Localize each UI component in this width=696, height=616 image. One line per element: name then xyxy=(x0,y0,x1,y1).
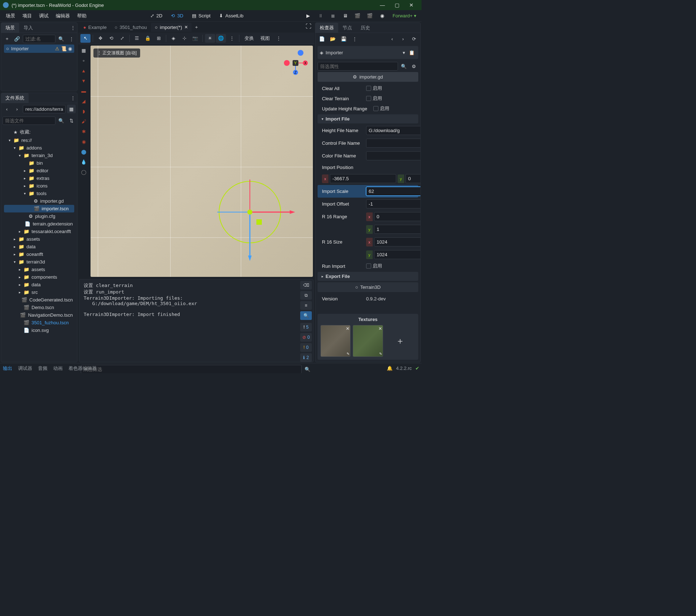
render-mode[interactable]: Forward+ ▾ xyxy=(390,12,419,20)
output-error-count[interactable]: ! 5 xyxy=(300,323,312,332)
add-texture-button[interactable]: ＋ xyxy=(385,325,415,357)
script-section-header[interactable]: ⚙ importer.gd xyxy=(318,72,418,82)
tool-square[interactable]: ▫ xyxy=(79,56,88,65)
clear-all-checkbox[interactable] xyxy=(366,86,371,91)
list-tool[interactable]: ☰ xyxy=(132,34,142,43)
output-clear-icon[interactable]: ⌫ xyxy=(300,281,312,290)
tree-item[interactable]: ▸📁data xyxy=(4,243,74,250)
output-collapse-icon[interactable]: ≡ xyxy=(300,301,312,310)
tab-node[interactable]: 节点 xyxy=(338,23,356,33)
move-tool[interactable]: ✥ xyxy=(95,34,105,43)
tool-flatten[interactable]: ▬ xyxy=(79,86,88,96)
tool-smooth[interactable]: ◗ xyxy=(79,106,88,116)
texture-slot-1[interactable]: ✕✎ xyxy=(353,325,383,357)
back-button[interactable]: ‹ xyxy=(3,105,11,113)
tool-slope[interactable]: ◢ xyxy=(79,96,88,106)
pause-button[interactable]: ⏸ xyxy=(316,11,325,21)
close-button[interactable]: ✕ xyxy=(404,2,419,8)
height-file-input[interactable] xyxy=(366,126,420,135)
filter-search-icon[interactable]: 🔍 xyxy=(57,116,66,125)
tab-inspector[interactable]: 检查器 xyxy=(315,23,338,33)
tree-item[interactable]: 📁bin xyxy=(4,159,74,167)
tree-item[interactable]: ▾📁terrain3d xyxy=(4,258,74,266)
edit-icon[interactable]: ✎ xyxy=(347,352,349,356)
color-file-input[interactable] xyxy=(366,151,420,160)
control-file-input[interactable] xyxy=(366,139,420,148)
tree-item[interactable]: ▸📁editor xyxy=(4,167,74,174)
tool-nav[interactable]: ⬤ xyxy=(79,147,88,156)
mode-3d[interactable]: ⟲ 3D xyxy=(167,12,187,20)
tree-item[interactable]: 📄terrain.gdextension xyxy=(4,220,74,228)
tree-item[interactable]: ⚙plugin.cfg xyxy=(4,212,74,220)
tab-filesystem[interactable]: 文件系统 xyxy=(1,93,29,103)
open-resource-icon[interactable]: 📂 xyxy=(328,34,337,43)
script-icon[interactable]: 📜 xyxy=(61,46,67,51)
update-height-checkbox[interactable] xyxy=(373,106,378,111)
select-tool[interactable]: ↖ xyxy=(80,34,91,43)
output-search-icon[interactable]: 🔍 xyxy=(300,311,312,320)
tab-history[interactable]: 历史 xyxy=(356,23,374,33)
fullscreen-icon[interactable]: ⛶ xyxy=(306,23,311,30)
output-filter-input[interactable] xyxy=(81,365,302,373)
remove-icon[interactable]: ✕ xyxy=(346,326,349,331)
pos-y-input[interactable] xyxy=(406,174,420,183)
sort-icon[interactable]: ⇅ xyxy=(67,116,76,125)
doc-icon[interactable]: 📋 xyxy=(407,48,416,57)
filesystem-menu-icon[interactable]: ⋮ xyxy=(68,94,77,102)
output-info-count[interactable]: ℹ 2 xyxy=(300,353,312,362)
remove-icon[interactable]: ✕ xyxy=(378,326,382,331)
transform-menu[interactable]: 变换 xyxy=(242,34,257,43)
inspector-node-selector[interactable]: ◈ Importer ▾ 📋 xyxy=(318,46,418,59)
rotate-tool[interactable]: ⟲ xyxy=(106,34,116,43)
view-menu[interactable]: 视图 xyxy=(257,34,273,43)
tree-item[interactable]: ▾📁terrain_3d xyxy=(4,152,74,159)
filesystem-filter-input[interactable] xyxy=(3,117,55,125)
bottom-tab-debugger[interactable]: 调试器 xyxy=(17,364,33,373)
tool-water[interactable]: 💧 xyxy=(79,157,88,166)
inspector-search-icon[interactable]: 🔍 xyxy=(399,62,408,71)
lock-tool[interactable]: 🔒 xyxy=(143,34,153,43)
camera-tool[interactable]: 📷 xyxy=(190,34,200,43)
scene-menu-icon[interactable]: ⋮ xyxy=(68,24,77,32)
tree-item[interactable]: ▸📁extras xyxy=(4,174,74,182)
viewport-label[interactable]: ⋮ 正交顶视图 [自动] xyxy=(93,48,140,58)
cube-tool[interactable]: ◈ xyxy=(168,34,179,43)
tree-item[interactable]: 🎬3501_fuzhou.tscn xyxy=(4,319,74,326)
bottom-tab-animation[interactable]: 动画 xyxy=(53,364,63,373)
save-resource-icon[interactable]: 💾 xyxy=(339,34,348,43)
import-scale-input[interactable] xyxy=(366,187,420,196)
pos-x-input[interactable] xyxy=(330,174,396,183)
mode-assetlib[interactable]: ⬇ AssetLib xyxy=(215,12,247,20)
forward-button[interactable]: › xyxy=(13,105,21,113)
section-import-file[interactable]: ▾Import File xyxy=(318,114,418,123)
tree-item[interactable]: ⚙importer.gd xyxy=(4,197,74,205)
import-offset-input[interactable] xyxy=(366,199,420,208)
inspector-filter-input[interactable] xyxy=(318,62,398,71)
tree-item[interactable]: 🎬Demo.tscn xyxy=(4,304,74,311)
r16-range-y-input[interactable] xyxy=(374,225,420,234)
output-copy-icon[interactable]: ⧉ xyxy=(300,291,312,300)
inspector-menu-icon[interactable]: ⋮ xyxy=(350,34,359,43)
scene-root-node[interactable]: ○ Importer ⚠ 📜 ◉ xyxy=(4,45,74,53)
menu-scene[interactable]: 场景 xyxy=(2,11,19,21)
tree-item[interactable]: ▸📁data xyxy=(4,281,74,288)
play-scene-button[interactable]: 🎬 xyxy=(353,11,362,21)
tool-spray[interactable]: ✱ xyxy=(79,127,88,136)
tree-item[interactable]: 🎬NavigationDemo.tscn xyxy=(4,311,74,319)
world-tool[interactable]: 🌐 xyxy=(216,34,226,43)
inspector-tools-icon[interactable]: ⚙ xyxy=(410,62,418,71)
mode-script[interactable]: ▤ Script xyxy=(188,12,214,20)
tree-item[interactable]: ▸📁tessarakkt.oceanfft xyxy=(4,228,74,235)
scene-tab-example[interactable]: ●Example xyxy=(80,23,110,32)
stop-button[interactable]: ◼ xyxy=(328,11,337,21)
scene-tab-importer[interactable]: ○importer(*)✕ xyxy=(151,23,191,32)
view-submenu[interactable]: ⋮ xyxy=(273,34,284,43)
tree-item[interactable]: ▸📁icons xyxy=(4,182,74,190)
r16-range-x-input[interactable] xyxy=(374,212,420,221)
tree-item[interactable]: ▸📁assets xyxy=(4,266,74,273)
menu-project[interactable]: 项目 xyxy=(19,11,35,21)
edit-icon[interactable]: ✎ xyxy=(379,352,382,356)
path-input[interactable] xyxy=(23,105,66,113)
more-tool[interactable]: ⋮ xyxy=(227,34,237,43)
output-x-count[interactable]: ⊘ 0 xyxy=(300,333,312,342)
